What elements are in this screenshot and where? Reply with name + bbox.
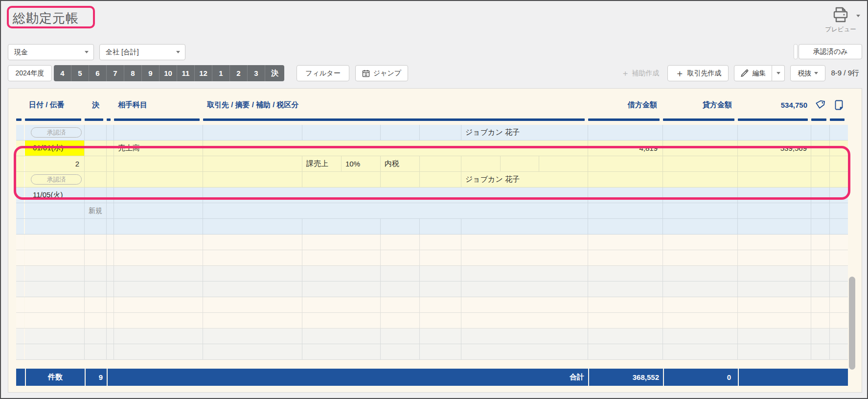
month-tab-4[interactable]: 4: [54, 65, 71, 81]
department-select[interactable]: 全社 [合計]: [99, 44, 185, 60]
month-tab-strip: 456789101112123決: [54, 65, 284, 81]
month-tab-10[interactable]: 10: [160, 65, 177, 81]
table-header-row: 日付 / 伝番 決 相手科目 取引先 / 摘要 / 補助 / 税区分 借方金額 …: [16, 94, 848, 115]
creator-name: ジョブカン 花子: [461, 172, 588, 187]
column-header-date: 日付 / 伝番: [25, 100, 85, 110]
chevron-down-icon: [814, 72, 818, 74]
ledger-row-empty: [16, 266, 848, 282]
approved-only-button[interactable]: 承認済のみ: [799, 44, 862, 59]
account-cell: 売上高: [114, 141, 203, 156]
ledger-row-empty: [16, 282, 848, 297]
ledger-row-new[interactable]: 新規: [16, 203, 848, 219]
creator-name: ジョブカン 花子: [461, 125, 588, 140]
total-label: 合計: [107, 369, 588, 386]
create-sub-account-label: 補助作成: [632, 69, 659, 78]
date-cell: 11/05(火): [25, 188, 85, 203]
balance-total: 534,750: [738, 101, 811, 109]
summary-bar: 件数 9 合計 368,552 0: [16, 369, 848, 386]
line-number: 2: [25, 156, 85, 171]
month-tab-決[interactable]: 決: [265, 65, 284, 81]
date-cell-highlighted: 01/01(水): [25, 141, 84, 156]
edit-button-label: 編集: [752, 69, 766, 78]
ledger-row-empty: [16, 297, 848, 313]
fiscal-year-button[interactable]: 2024年度: [8, 65, 52, 81]
month-tab-12[interactable]: 12: [195, 65, 212, 81]
month-tab-11[interactable]: 11: [177, 65, 195, 81]
debit-amount: 4,819: [588, 141, 663, 156]
filter-button[interactable]: フィルター: [297, 65, 349, 81]
ledger-row-sub[interactable]: 2 課売上 10% 内税: [16, 156, 848, 172]
approved-status-badge: 承認済: [31, 127, 82, 138]
preview-button[interactable]: プレビュー: [821, 6, 860, 34]
account-select[interactable]: 現金: [8, 44, 94, 60]
new-status-label: 新規: [85, 203, 107, 218]
tax-type: 内税: [381, 156, 420, 171]
ledger-row-main[interactable]: 01/01(水) 売上高 4,819 539,569: [16, 141, 848, 156]
month-tab-2[interactable]: 2: [230, 65, 248, 81]
jump-button-label: ジャンプ: [373, 69, 401, 78]
chevron-down-icon: [777, 72, 780, 74]
ledger-row-empty: [16, 250, 848, 266]
department-select-value: 全社 [合計]: [106, 48, 139, 57]
column-header-partner: 取引先 / 摘要 / 補助 / 税区分: [203, 100, 588, 110]
ledger-row-empty: [16, 313, 848, 329]
ledger-row-empty: [16, 219, 848, 235]
plus-icon: ＋: [675, 69, 684, 78]
count-label: 件数: [25, 369, 85, 386]
tax-rate: 10%: [342, 156, 381, 171]
preview-dropdown-caret-icon[interactable]: [856, 15, 860, 17]
create-partner-label: 取引先作成: [687, 69, 721, 78]
pencil-icon: [740, 69, 749, 77]
tax-mode-select[interactable]: 税抜: [790, 65, 825, 81]
preview-label: プレビュー: [821, 25, 860, 34]
rows-range-indicator: 8-9 / 9行: [831, 69, 859, 78]
month-tab-7[interactable]: 7: [107, 65, 124, 81]
printer-icon: [831, 6, 850, 23]
ledger-row-approved-tail[interactable]: 承認済 ジョブカン 花子: [16, 125, 848, 141]
ledger-row-empty: [16, 235, 848, 250]
header-underline-bars: [16, 118, 848, 121]
ledger-row-approved-tail[interactable]: 承認済 ジョブカン 花子: [16, 172, 848, 188]
ledger-row-date[interactable]: 11/05(火): [16, 188, 848, 203]
tag-icon[interactable]: [811, 100, 830, 110]
credit-total: 0: [663, 369, 738, 386]
column-header-settle: 決: [85, 100, 107, 110]
create-sub-account-button[interactable]: ＋ 補助作成: [618, 65, 662, 81]
edit-dropdown-button[interactable]: [772, 65, 785, 81]
tax-mode-value: 税抜: [798, 69, 811, 78]
edit-button[interactable]: 編集: [734, 65, 772, 81]
ledger-row-empty: [16, 329, 848, 344]
vertical-scrollbar-thumb[interactable]: [849, 277, 855, 370]
memo-icon[interactable]: [830, 100, 848, 110]
month-tab-5[interactable]: 5: [71, 65, 89, 81]
account-select-value: 現金: [14, 48, 28, 57]
tax-class: 課売上: [302, 156, 342, 171]
chevron-down-icon: [85, 51, 89, 53]
count-value: 9: [85, 369, 107, 386]
app-window: 総勘定元帳 プレビュー 現金 全社 [合計] 承認済のみ 2024年度 4567…: [0, 0, 868, 399]
month-tab-6[interactable]: 6: [89, 65, 107, 81]
debit-total: 368,552: [588, 369, 663, 386]
plus-icon: ＋: [621, 69, 629, 77]
chevron-down-icon: [176, 51, 180, 53]
approved-status-badge: 承認済: [31, 174, 82, 185]
edit-split-button: 編集: [734, 65, 785, 81]
balance-amount: 539,569: [738, 141, 811, 156]
jump-button[interactable]: ジャンプ: [355, 65, 408, 81]
ledger-rows: 承認済 ジョブカン 花子 01/01(水) 売上高 4,819 539,569: [16, 125, 848, 360]
column-header-credit: 貸方金額: [663, 100, 738, 110]
ledger-row-empty: [16, 344, 848, 360]
month-tab-3[interactable]: 3: [248, 65, 265, 81]
column-header-account: 相手科目: [114, 100, 203, 110]
create-partner-button[interactable]: ＋ 取引先作成: [667, 65, 729, 81]
ledger-panel: 日付 / 伝番 決 相手科目 取引先 / 摘要 / 補助 / 税区分 借方金額 …: [8, 88, 862, 393]
month-tab-8[interactable]: 8: [124, 65, 142, 81]
page-title: 総勘定元帳: [13, 10, 79, 27]
collapsed-button-sliver[interactable]: [794, 44, 798, 59]
month-tab-9[interactable]: 9: [142, 65, 160, 81]
calendar-icon: [362, 70, 370, 77]
column-header-debit: 借方金額: [588, 100, 663, 110]
action-toolbar: ＋ 補助作成 ＋ 取引先作成 編集 税抜: [618, 65, 859, 81]
month-tab-1[interactable]: 1: [212, 65, 230, 81]
